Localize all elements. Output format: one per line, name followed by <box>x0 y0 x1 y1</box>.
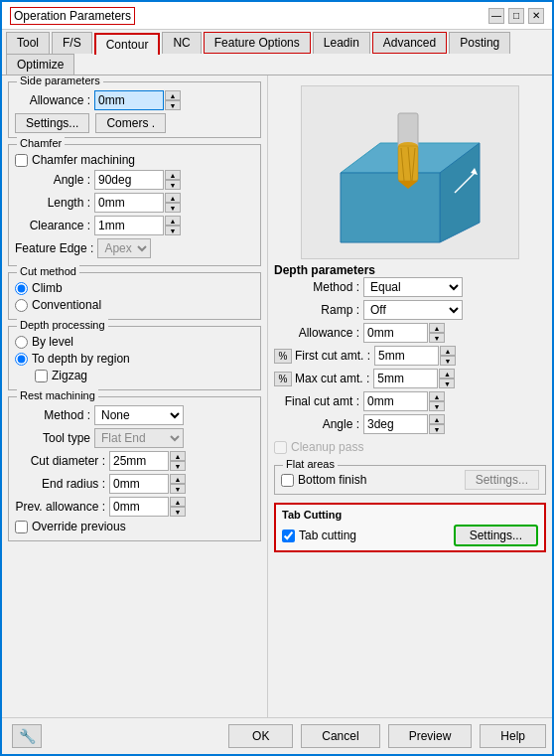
length-input[interactable] <box>94 193 164 213</box>
settings-button[interactable]: Settings... <box>15 113 89 133</box>
conventional-radio[interactable] <box>15 299 28 312</box>
length-down[interactable]: ▼ <box>165 203 181 213</box>
tab-advanced[interactable]: Advanced <box>372 32 447 54</box>
allowance-up[interactable]: ▲ <box>165 90 181 100</box>
tool-type-select[interactable]: Flat End <box>94 428 184 448</box>
length-up[interactable]: ▲ <box>165 193 181 203</box>
help-button[interactable]: Help <box>480 724 546 748</box>
pct-label-1: % <box>274 349 292 364</box>
tab-fs[interactable]: F/S <box>52 32 92 54</box>
preview-button[interactable]: Preview <box>388 724 473 748</box>
dp-final-cut-up[interactable]: ▲ <box>429 391 445 401</box>
zigzag-checkbox[interactable] <box>35 370 48 382</box>
dp-max-cut-down[interactable]: ▼ <box>439 378 455 388</box>
angle-down[interactable]: ▼ <box>165 180 181 190</box>
dp-first-cut-up[interactable]: ▲ <box>440 346 456 356</box>
tab-posting[interactable]: Posting <box>449 32 510 54</box>
tab-cutting-checkbox[interactable] <box>282 529 295 542</box>
dp-ramp-select[interactable]: Off <box>363 300 463 320</box>
rest-method-label: Method : <box>15 408 94 422</box>
dp-allowance-spinner: ▲ ▼ <box>429 323 445 343</box>
dp-allowance-down[interactable]: ▼ <box>429 333 445 343</box>
cleanup-section: Cleanup pass <box>274 438 546 459</box>
prev-allowance-label: Prev. allowance : <box>15 500 109 514</box>
clearance-input[interactable] <box>94 216 164 235</box>
dp-angle-down[interactable]: ▼ <box>429 424 445 434</box>
clearance-down[interactable]: ▼ <box>165 226 181 235</box>
prev-allowance-down[interactable]: ▼ <box>170 507 186 517</box>
tab-tool[interactable]: Tool <box>6 32 50 54</box>
allowance-input[interactable]: 0mm <box>94 90 164 110</box>
tab-cutting-settings-button[interactable]: Settings... <box>454 525 538 546</box>
bottom-finish-label: Bottom finish <box>298 473 366 487</box>
corners-button[interactable]: Comers . <box>95 113 166 133</box>
tab-nc[interactable]: NC <box>162 32 201 54</box>
dp-allowance-up[interactable]: ▲ <box>429 323 445 333</box>
prev-allowance-input[interactable] <box>109 497 169 517</box>
end-radius-down[interactable]: ▼ <box>170 484 186 494</box>
depth-processing-group: Depth processing By level To depth by re… <box>8 326 261 390</box>
dp-first-cut-input[interactable] <box>374 346 439 366</box>
dp-first-cut-down[interactable]: ▼ <box>440 356 456 366</box>
clearance-up[interactable]: ▲ <box>165 216 181 226</box>
allowance-down[interactable]: ▼ <box>165 100 181 110</box>
bottom-finish-checkbox[interactable] <box>281 474 294 487</box>
close-button[interactable]: ✕ <box>528 8 544 24</box>
override-previous-checkbox[interactable] <box>15 521 28 533</box>
depth-params-title: Depth parameters <box>274 263 375 277</box>
cut-diameter-up[interactable]: ▲ <box>170 451 186 461</box>
cut-diameter-spinner: ▲ ▼ <box>170 451 186 471</box>
rest-machining-group: Rest machining Method : None Tool type F… <box>8 396 261 541</box>
maximize-button[interactable]: □ <box>508 8 524 24</box>
tab-optimize[interactable]: Optimize <box>6 54 74 75</box>
dp-allowance-input[interactable] <box>363 323 428 343</box>
minimize-button[interactable]: — <box>488 8 504 24</box>
dp-final-cut-input[interactable] <box>363 391 428 411</box>
tab-contour[interactable]: Contour <box>94 33 161 55</box>
cut-diameter-input[interactable] <box>109 451 169 471</box>
tab-feature-options[interactable]: Feature Options <box>204 32 311 54</box>
dp-angle-up[interactable]: ▲ <box>429 414 445 424</box>
chamfer-machining-checkbox[interactable] <box>15 154 28 167</box>
tab-bar: Tool F/S Contour NC Feature Options Lead… <box>2 30 552 76</box>
svg-marker-2 <box>341 173 440 242</box>
dp-angle-spinner: ▲ ▼ <box>429 414 445 434</box>
dp-angle-input[interactable] <box>363 414 428 434</box>
dp-ramp-label: Ramp : <box>274 303 363 317</box>
flat-areas-group: Flat areas Bottom finish Settings... <box>274 465 546 495</box>
flat-areas-label: Flat areas <box>283 458 338 470</box>
dp-max-cut-label: Max cut amt. : <box>295 372 373 385</box>
flat-areas-settings-button[interactable]: Settings... <box>465 470 539 490</box>
angle-input[interactable] <box>94 170 164 190</box>
chamfer-machining-label: Chamfer machining <box>32 153 135 167</box>
by-level-radio[interactable] <box>15 336 28 349</box>
ok-button[interactable]: OK <box>228 724 293 748</box>
end-radius-input[interactable] <box>109 474 169 494</box>
end-radius-up[interactable]: ▲ <box>170 474 186 484</box>
cut-diameter-label: Cut diameter : <box>15 454 109 468</box>
to-depth-by-region-label: To depth by region <box>32 352 130 366</box>
rest-method-select[interactable]: None <box>94 405 184 425</box>
cleanup-pass-checkbox[interactable] <box>274 441 287 454</box>
dp-max-cut-spinner: ▲ ▼ <box>439 369 455 388</box>
prev-allowance-up[interactable]: ▲ <box>170 497 186 507</box>
angle-up[interactable]: ▲ <box>165 170 181 180</box>
dp-max-cut-input[interactable] <box>373 369 438 388</box>
feature-edge-select[interactable]: Apex <box>97 238 151 258</box>
to-depth-by-region-radio[interactable] <box>15 353 28 366</box>
end-radius-label: End radius : <box>15 477 109 491</box>
tab-leadin[interactable]: Leadin <box>313 32 370 54</box>
climb-radio[interactable] <box>15 282 28 295</box>
rest-machining-label: Rest machining <box>17 389 98 401</box>
allowance-spinner: ▲ ▼ <box>165 90 181 110</box>
main-window: Operation Parameters — □ ✕ Tool F/S Cont… <box>0 0 554 756</box>
dp-final-cut-down[interactable]: ▼ <box>429 401 445 411</box>
dp-method-select[interactable]: Equal <box>363 277 463 297</box>
cut-diameter-down[interactable]: ▼ <box>170 461 186 471</box>
title-bar: Operation Parameters — □ ✕ <box>2 2 552 30</box>
bottom-bar: 🔧 OK Cancel Preview Help <box>2 717 552 754</box>
window-controls: — □ ✕ <box>488 8 544 24</box>
conventional-label: Conventional <box>32 298 101 312</box>
cancel-button[interactable]: Cancel <box>301 724 379 748</box>
dp-max-cut-up[interactable]: ▲ <box>439 369 455 378</box>
